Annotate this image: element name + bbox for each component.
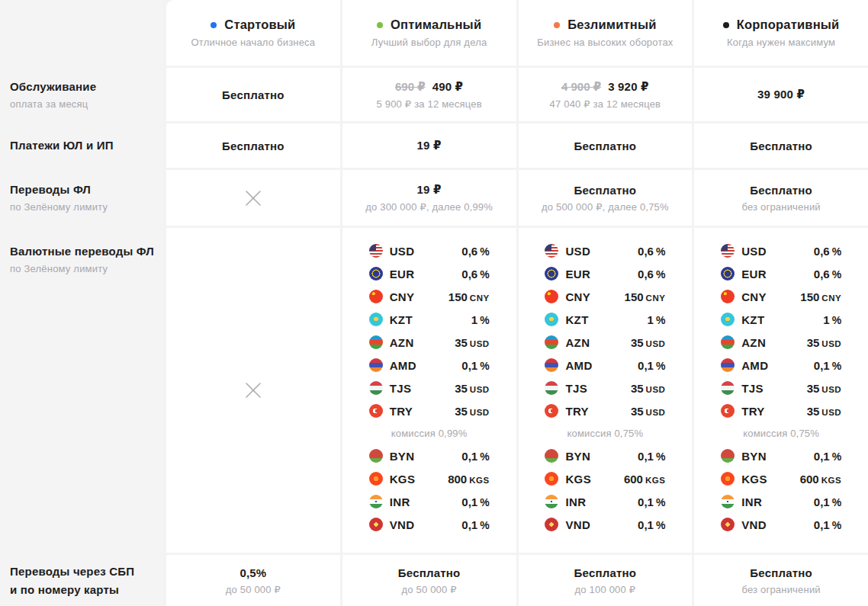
currency-code: EUR <box>565 268 590 281</box>
plan-name: Стартовый <box>224 18 295 32</box>
old-price: 690 ₽ <box>395 80 426 94</box>
currency-rate: 0,1% <box>814 495 841 508</box>
price-value: 19 ₽ <box>417 139 442 152</box>
plan-dot-icon <box>211 22 217 28</box>
currency-rate: 0,1% <box>814 359 841 372</box>
price-value: Бесплатно <box>574 184 637 197</box>
currency-code: AMD <box>390 359 416 372</box>
cell-sbp-optimalnyy: Бесплатно до 50 000 ₽ <box>342 555 516 606</box>
currency-rate-row: VND 0,1% <box>545 513 665 536</box>
currency-flag-icon <box>721 290 735 303</box>
row-subtitle: по Зелёному лимиту <box>10 201 156 213</box>
currency-rate-row: AZN 35USD <box>721 331 841 354</box>
plan-title: Стартовый <box>211 18 295 32</box>
currency-rate-row: BYN 0,1% <box>545 444 665 467</box>
commission-note: комиссия 0,75% <box>743 422 819 444</box>
currency-rate-row: KGS 600KGS <box>545 467 665 490</box>
cell-transfers-optimalnyy: 19 ₽ до 300 000 ₽, далее 0,99% <box>342 170 516 226</box>
currency-rate-row: AMD 0,1% <box>721 354 841 377</box>
currency-code: TJS <box>741 382 764 395</box>
currency-code: INR <box>565 495 586 508</box>
currency-flag-icon <box>369 358 383 372</box>
cell-sbp-startovyy: 0,5% до 50 000 ₽ <box>166 555 340 606</box>
currency-code: KGS <box>741 473 767 486</box>
currency-code: KGS <box>565 473 591 486</box>
currency-flag-icon <box>369 449 383 463</box>
plan-name: Корпоративный <box>737 18 840 32</box>
currency-rate: 150CNY <box>448 290 490 303</box>
cell-payments-optimalnyy: 19 ₽ <box>342 123 516 168</box>
currency-flag-icon <box>545 267 558 281</box>
plan-dot-icon <box>723 22 729 28</box>
price-value: 19 ₽ <box>417 183 442 197</box>
plan-title: Оптимальный <box>377 18 481 32</box>
currency-flag-icon <box>369 472 383 486</box>
currency-code: CNY <box>565 290 590 303</box>
price-note: до 100 000 ₽ <box>575 584 636 595</box>
currency-rate: 150CNY <box>800 290 841 303</box>
plan-tagline: Отличное начало бизнеса <box>191 37 315 48</box>
cell-currency-startovyy <box>166 228 340 553</box>
currency-rate-row: AMD 0,1% <box>369 354 490 377</box>
currency-flag-icon <box>545 404 558 418</box>
currency-rate: 0,1% <box>638 518 665 531</box>
plan-title: Корпоративный <box>723 18 840 32</box>
currency-code: USD <box>741 245 767 258</box>
currency-rate-row: KZT 1% <box>545 308 665 331</box>
currency-code: BYN <box>741 450 767 463</box>
row-title: Обслуживание <box>10 80 156 94</box>
currency-rate-row: VND 0,1% <box>721 513 841 536</box>
cell-currency-bezlimitnyy: USD 0,6% EUR 0,6% CNY 150CNY <box>519 228 693 553</box>
currency-flag-icon <box>369 335 383 349</box>
cell-currency-korporativnyy: USD 0,6% EUR 0,6% CNY 150CNY <box>694 228 868 553</box>
currency-rate-row: TRY 35USD <box>369 399 490 422</box>
cell-service-bezlimitnyy: 4 900 ₽ 3 920 ₽ 47 040 ₽ за 12 месяцев <box>519 68 693 121</box>
currency-code: KGS <box>390 473 416 486</box>
price-note: без ограничений <box>741 584 820 595</box>
currency-code: TRY <box>390 405 413 418</box>
currency-flag-icon <box>545 495 558 508</box>
plan-tagline: Бизнес на высоких оборотах <box>537 37 673 48</box>
currency-rate: 35USD <box>631 336 665 349</box>
price-line: 690 ₽ 490 ₽ <box>395 80 463 94</box>
price-value: Бесплатно <box>222 139 285 152</box>
currency-rate-row: AZN 35USD <box>369 331 490 354</box>
currency-code: AZN <box>741 336 766 349</box>
cell-service-startovyy: Бесплатно <box>166 68 340 121</box>
plan-header-startovyy: Стартовый Отличное начало бизнеса <box>166 0 340 66</box>
currency-code: KZT <box>390 313 413 326</box>
currency-rate-row: EUR 0,6% <box>721 262 841 285</box>
currency-rate-row: CNY 150CNY <box>369 285 490 308</box>
currency-flag-icon <box>545 335 558 349</box>
currency-rate: 150CNY <box>625 290 666 303</box>
row-title: и по номеру карты <box>10 583 156 597</box>
currency-code: TRY <box>565 405 589 418</box>
currency-flag-icon <box>721 495 735 508</box>
currency-flag-icon <box>721 381 735 395</box>
currency-rate-row: KGS 600KGS <box>721 467 841 490</box>
sidebar-row-transfers: Переводы ФЛ по Зелёному лимиту <box>0 170 163 226</box>
currency-rate-row: AMD 0,1% <box>545 354 665 377</box>
sidebar-row-sbp: Переводы через СБП и по номеру карты <box>0 555 163 606</box>
currency-rate: 0,1% <box>461 359 489 372</box>
currency-code: USD <box>390 245 415 258</box>
currency-flag-icon <box>369 290 383 303</box>
currency-code: TJS <box>390 382 412 395</box>
currency-rate: 600KGS <box>800 473 841 486</box>
currency-code: EUR <box>741 268 767 281</box>
commission-note: комиссия 0,99% <box>391 422 468 444</box>
unavailable-cross-icon <box>244 381 262 399</box>
currency-flag-icon <box>369 313 383 326</box>
commission-note: комиссия 0,75% <box>567 422 643 444</box>
price-note: 47 040 ₽ за 12 месяцев <box>550 98 661 110</box>
currency-rate-row: USD 0,6% <box>721 239 841 262</box>
price-value: Бесплатно <box>398 566 461 579</box>
currency-rate: 35USD <box>455 382 489 395</box>
feature-sidebar: Обслуживание оплата за месяц Платежи ЮЛ … <box>0 0 163 606</box>
cell-payments-bezlimitnyy: Бесплатно <box>519 123 693 168</box>
currency-flag-icon <box>369 495 383 508</box>
price-value: Бесплатно <box>574 566 637 579</box>
currency-flag-icon <box>545 313 558 326</box>
cell-payments-korporativnyy: Бесплатно <box>694 123 868 168</box>
currency-rate-list: USD 0,6% EUR 0,6% CNY 150CNY <box>369 239 490 422</box>
